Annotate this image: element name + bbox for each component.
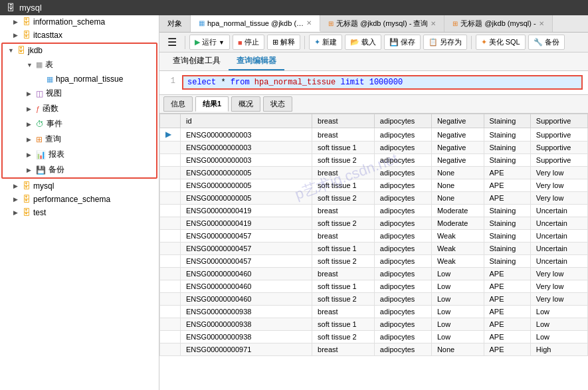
beautify-icon: ✦ <box>481 38 487 47</box>
tab-hpa[interactable]: ▦ hpa_normal_tissue @jkdb (… ✕ <box>191 15 320 32</box>
table-row[interactable]: ENSG00000000460soft tissue 1adipocytesLo… <box>160 280 588 293</box>
th-staining[interactable]: Staining <box>484 114 530 128</box>
tab-untitled1[interactable]: ⊞ 无标题 @jkdb (mysql) - 查询 ✕ <box>320 15 444 32</box>
th-negative[interactable]: Negative <box>431 114 484 128</box>
close-icon[interactable]: ✕ <box>539 20 544 27</box>
table-row[interactable]: ENSG00000000938soft tissue 1adipocytesLo… <box>160 318 588 331</box>
title-text: mysql <box>19 3 42 13</box>
close-icon[interactable]: ✕ <box>306 19 312 27</box>
table-row[interactable]: ENSG00000000460soft tissue 2adipocytesLo… <box>160 293 588 306</box>
tab-untitled2[interactable]: ⊞ 无标题 @jkdb (mysql) - ✕ <box>444 15 552 32</box>
result-tab-result1[interactable]: 结果1 <box>195 96 229 112</box>
cell-col2: soft tissue 1 <box>312 280 375 293</box>
db-icon: 🗄 <box>23 195 31 204</box>
cell-col2: breast <box>312 268 375 280</box>
expand-icon: ▶ <box>27 121 33 128</box>
table-icon: ▦ <box>47 75 53 84</box>
sidebar-item-information-schema[interactable]: ▶ 🗄 information_schema <box>0 15 159 29</box>
cell-col3: adipocytes <box>374 331 431 343</box>
result-tab-label: 状态 <box>270 100 285 108</box>
cell-col1: ENSG00000000457 <box>180 255 312 268</box>
cell-col4: None <box>431 192 484 205</box>
th-breast[interactable]: breast <box>312 114 375 128</box>
cell-col3: adipocytes <box>374 318 431 331</box>
th-supportive[interactable]: Supportive <box>530 114 587 128</box>
save-button[interactable]: 💾 保存 <box>384 35 421 50</box>
sidebar-item-reports[interactable]: ▶ 📊 报表 <box>3 147 156 162</box>
query-editor-tab[interactable]: 查询编辑器 <box>229 52 284 70</box>
result-tab-label: 信息 <box>171 100 185 108</box>
result-tab-status[interactable]: 状态 <box>263 96 292 112</box>
sidebar-item-events[interactable]: ▶ ⏱ 事件 <box>3 116 156 132</box>
save-as-icon: 📋 <box>429 38 438 47</box>
result-tabs: 信息 结果1 概况 状态 <box>159 95 588 114</box>
sidebar-item-mysql[interactable]: ▶ 🗄 mysql <box>0 179 159 193</box>
beautify-button[interactable]: ✦ 美化 SQL <box>476 35 526 50</box>
expand-icon: ▶ <box>27 151 33 158</box>
cell-col5: Staining <box>484 230 530 243</box>
row-indicator <box>160 167 181 179</box>
query-builder-tab[interactable]: 查询创建工具 <box>165 52 229 70</box>
cell-col5: APE <box>484 179 530 192</box>
table-row[interactable]: ENSG00000000003soft tissue 2adipocytesNe… <box>160 154 588 167</box>
result-tab-overview[interactable]: 概况 <box>231 96 260 112</box>
sidebar-item-jkdb[interactable]: ▼ 🗄 jkdb <box>3 44 156 57</box>
sidebar-item-backups[interactable]: ▶ 💾 备份 <box>3 162 156 177</box>
table-row[interactable]: ENSG00000000938soft tissue 2adipocytesLo… <box>160 331 588 343</box>
table-row[interactable]: ENSG00000000457breastadipocytesWeakStain… <box>160 230 588 243</box>
cell-col5: Staining <box>484 128 530 142</box>
new-button[interactable]: ✦ 新建 <box>309 35 342 50</box>
backup-icon: 🔧 <box>534 38 543 47</box>
table-row[interactable]: ENSG00000000005soft tissue 1adipocytesNo… <box>160 179 588 192</box>
sidebar-item-test[interactable]: ▶ 🗄 test <box>0 206 159 219</box>
save-as-button[interactable]: 📋 另存为 <box>423 35 467 50</box>
load-button[interactable]: 📂 载入 <box>345 35 381 50</box>
explain-button[interactable]: ⊞ 解释 <box>267 35 300 50</box>
cell-col6: Very low <box>530 167 587 179</box>
table-row[interactable]: ENSG00000000457soft tissue 1adipocytesWe… <box>160 243 588 255</box>
jkdb-group: ▼ 🗄 jkdb ▼ ▦ 表 ▦ hpa_normal_tissue ▶ ◫ 视… <box>1 43 157 179</box>
th-adipocytes[interactable]: adipocytes <box>374 114 431 128</box>
table-row[interactable]: ENSG00000000938breastadipocytesLowAPELow <box>160 306 588 318</box>
table-row[interactable]: ENSG00000000005breastadipocytesNoneAPEVe… <box>160 167 588 179</box>
cell-col4: Low <box>431 306 484 318</box>
cell-col3: adipocytes <box>374 268 431 280</box>
sidebar-item-views[interactable]: ▶ ◫ 视图 <box>3 86 156 101</box>
table-row[interactable]: ENSG00000000971breastadipocytesNoneAPEHi… <box>160 343 588 356</box>
sidebar-item-queries[interactable]: ▶ ⊞ 查询 <box>3 132 156 147</box>
cell-col6: Uncertain <box>530 205 587 217</box>
query-editor[interactable]: 1 select * from hpa_normal_tissue limit … <box>159 71 588 95</box>
table-row[interactable]: ▶ENSG00000000003breastadipocytesNegative… <box>160 128 588 142</box>
row-indicator <box>160 268 181 280</box>
sql-input[interactable]: select * from hpa_normal_tissue limit 10… <box>182 75 583 90</box>
th-id[interactable]: id <box>180 114 312 128</box>
table-row[interactable]: ENSG00000000005soft tissue 2adipocytesNo… <box>160 192 588 205</box>
backup-button[interactable]: 🔧 备份 <box>528 35 565 50</box>
close-icon[interactable]: ✕ <box>431 20 436 27</box>
stop-button[interactable]: ■ 停止 <box>233 35 264 50</box>
save-as-label: 另存为 <box>440 37 462 47</box>
sidebar-item-functions[interactable]: ▶ ƒ 函数 <box>3 101 156 116</box>
sidebar-label: 备份 <box>49 164 64 175</box>
cell-col5: Staining <box>484 142 530 154</box>
sidebar-item-itcasttax[interactable]: ▶ 🗄 itcasttax <box>0 29 159 42</box>
table-row[interactable]: ENSG00000000419soft tissue 2adipocytesMo… <box>160 217 588 230</box>
toolbar: ☰ ▶ 运行 ▼ ■ 停止 ⊞ 解释 ✦ 新建 📂 载入 <box>159 33 588 52</box>
table-row[interactable]: ENSG00000000419breastadipocytesModerateS… <box>160 205 588 217</box>
table-row[interactable]: ENSG00000000457soft tissue 2adipocytesWe… <box>160 255 588 268</box>
table-row[interactable]: ENSG00000000460breastadipocytesLowAPEVer… <box>160 268 588 280</box>
run-button[interactable]: ▶ 运行 ▼ <box>189 35 230 50</box>
data-table-container[interactable]: p艺术ig.csdn.net id breast adipocytes Nega… <box>159 114 588 390</box>
result-tab-info[interactable]: 信息 <box>163 96 193 112</box>
sidebar-item-hpa-normal-tissue[interactable]: ▦ hpa_normal_tissue <box>3 72 156 86</box>
menu-icon[interactable]: ☰ <box>163 35 181 50</box>
tab-object[interactable]: 对象 <box>159 15 191 32</box>
sidebar-item-performance-schema[interactable]: ▶ 🗄 performance_schema <box>0 193 159 206</box>
table-row[interactable]: ENSG00000000003soft tissue 1adipocytesNe… <box>160 142 588 154</box>
save-label: 保存 <box>401 37 415 47</box>
stop-icon: ■ <box>238 39 243 47</box>
backup-label: 备份 <box>545 37 559 47</box>
cell-col2: soft tissue 2 <box>312 217 375 230</box>
cell-col4: Negative <box>431 154 484 167</box>
sidebar-item-tables[interactable]: ▼ ▦ 表 <box>3 57 156 72</box>
